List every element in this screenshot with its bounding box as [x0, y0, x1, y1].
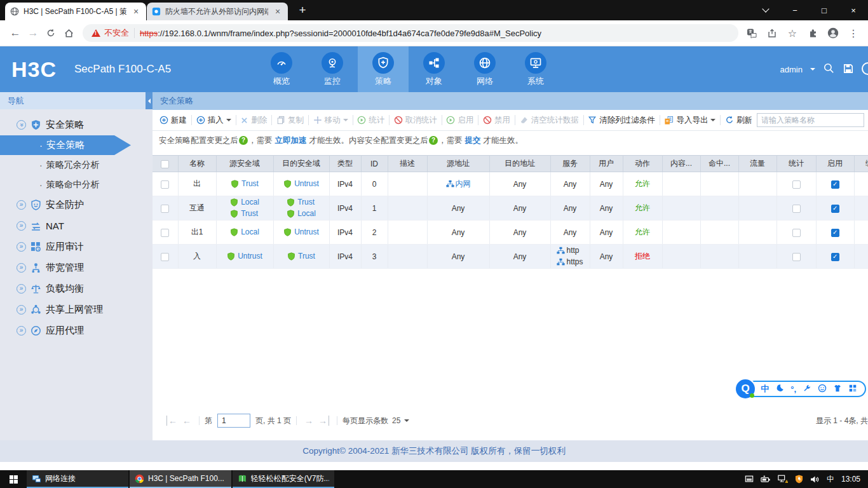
ime-logo-icon[interactable]: Q	[736, 379, 755, 398]
enable-checkbox[interactable]	[831, 229, 839, 237]
ime-skin-icon[interactable]	[833, 384, 842, 395]
row-checkbox[interactable]	[161, 205, 169, 213]
close-button[interactable]: ×	[839, 0, 868, 20]
save-icon[interactable]	[843, 63, 854, 76]
tab-search-icon[interactable]	[751, 0, 780, 20]
accelerate-link[interactable]: 立即加速	[275, 135, 307, 146]
last-page-icon[interactable]: →	[318, 416, 329, 426]
sidebar-collapse-handle[interactable]	[146, 92, 153, 109]
col-src-zone[interactable]: 源安全域	[216, 156, 273, 172]
zone-link[interactable]: Untrust	[238, 250, 262, 262]
clear-statistics-button[interactable]: 清空统计数据	[515, 115, 583, 126]
maximize-button[interactable]: □	[810, 0, 839, 20]
nav-policy[interactable]: 策略	[358, 46, 409, 92]
stat-checkbox[interactable]	[792, 180, 801, 189]
insert-button[interactable]: 插入	[192, 115, 236, 126]
table-row[interactable]: 出1 Local Untrust IPv4 2 Any Any Any Any …	[153, 220, 868, 245]
ime-fullhalf-moon-icon[interactable]	[775, 384, 784, 395]
col-id[interactable]: ID	[361, 156, 388, 172]
row-checkbox[interactable]	[161, 253, 169, 261]
profile-avatar[interactable]	[825, 25, 841, 41]
zone-link[interactable]: Local	[297, 208, 316, 219]
move-button[interactable]: 移动	[309, 115, 353, 126]
first-page-icon[interactable]: ←	[166, 416, 177, 426]
row-checkbox[interactable]	[161, 229, 169, 237]
not-secure-label[interactable]: 不安全	[104, 27, 129, 39]
ime-punctuation-toggle[interactable]: °,	[790, 384, 796, 394]
nav-network[interactable]: 网络	[459, 46, 510, 92]
back-icon[interactable]: ←	[6, 24, 24, 42]
help-icon[interactable]: ?	[429, 136, 438, 145]
sidebar-group-shared-internet[interactable]: » 共享上网管理	[0, 299, 153, 320]
next-page-icon[interactable]: →	[304, 416, 313, 426]
ime-wrench-icon[interactable]	[803, 384, 811, 395]
taskbar-app-chrome[interactable]: H3C | SecPath F100...	[130, 470, 231, 488]
col-dst-addr[interactable]: 目的地址	[489, 156, 550, 172]
new-button[interactable]: 新建	[155, 115, 191, 126]
sidebar-item-security-policy[interactable]: · 安全策略	[0, 135, 131, 155]
sidebar-group-nat[interactable]: » NAT	[0, 215, 153, 236]
enable-button[interactable]: 启用	[442, 115, 478, 126]
forward-icon[interactable]: →	[24, 24, 42, 42]
per-page-select[interactable]: 每页显示条数 25	[342, 416, 409, 426]
zone-link[interactable]: Trust	[297, 196, 315, 208]
tray-volume-icon[interactable]	[810, 475, 820, 484]
col-traffic[interactable]: 流量	[738, 156, 776, 172]
col-desc[interactable]: 描述	[388, 156, 427, 172]
extensions-puzzle-icon[interactable]	[804, 25, 821, 41]
minimize-button[interactable]: −	[780, 0, 810, 20]
col-src-addr[interactable]: 源地址	[427, 156, 489, 172]
new-tab-button[interactable]: +	[295, 3, 310, 17]
taskbar-app-document[interactable]: 轻轻松松配安全(V7防...	[233, 470, 334, 488]
select-all-checkbox[interactable]	[161, 160, 169, 168]
col-user[interactable]: 用户	[590, 156, 623, 172]
zone-link[interactable]: Untrust	[294, 226, 319, 238]
url-field[interactable]: 不安全 https://192.168.0.1/wnm/frame/index.…	[83, 24, 738, 42]
search-icon[interactable]	[823, 62, 835, 76]
col-hit[interactable]: 命中...	[700, 156, 738, 172]
browser-menu-icon[interactable]: ⋮	[845, 25, 862, 41]
tray-clock[interactable]: 13:05	[841, 475, 860, 484]
bookmark-star-icon[interactable]: ☆	[784, 25, 801, 41]
col-type[interactable]: 类型	[329, 156, 361, 172]
policy-search-input[interactable]	[757, 113, 864, 127]
start-button[interactable]	[0, 470, 27, 488]
share-icon[interactable]	[764, 25, 780, 41]
col-edit[interactable]: 编辑	[854, 156, 868, 172]
enable-checkbox[interactable]	[831, 180, 839, 189]
tray-network-warning-icon[interactable]	[778, 475, 788, 484]
col-name[interactable]: 名称	[178, 156, 216, 172]
row-checkbox[interactable]	[161, 180, 169, 189]
ime-lang-toggle[interactable]: 中	[761, 383, 769, 395]
address-link[interactable]: 内网	[456, 178, 471, 189]
table-row[interactable]: 出 Trust Untrust IPv4 0 内网 Any Any Any 允许	[153, 172, 868, 196]
sidebar-item-policy-redundancy[interactable]: · 策略冗余分析	[0, 155, 153, 175]
sidebar-group-app-audit[interactable]: » 应用审计	[0, 236, 153, 257]
zone-link[interactable]: Trust	[241, 208, 258, 219]
table-row[interactable]: 入 Untrust Trust IPv4 3 Any Any httphttps…	[153, 245, 868, 269]
tray-battery-icon[interactable]	[761, 475, 771, 484]
prev-page-icon[interactable]: ←	[182, 416, 191, 426]
col-dst-zone[interactable]: 目的安全域	[273, 156, 329, 172]
zone-link[interactable]: Local	[241, 196, 259, 208]
user-menu[interactable]: admin	[780, 65, 803, 74]
sidebar-group-app-proxy[interactable]: » 应用代理	[0, 320, 153, 341]
not-secure-warning-icon[interactable]	[92, 29, 100, 37]
zone-link[interactable]: Untrust	[294, 178, 319, 189]
col-service[interactable]: 服务	[550, 156, 590, 172]
sidebar-group-security-protection[interactable]: » 安全防护	[0, 194, 153, 215]
col-stat[interactable]: 统计	[776, 156, 816, 172]
statistics-button[interactable]: 统计	[353, 115, 389, 126]
zone-link[interactable]: Trust	[241, 178, 259, 189]
clear-filter-button[interactable]: 清除列过滤条件	[583, 115, 660, 126]
browser-tab-1[interactable]: H3C | SecPath F100-C-A5 | 策略 ×	[5, 3, 146, 20]
tray-window-icon[interactable]	[745, 475, 754, 484]
cancel-statistics-button[interactable]: 取消统计	[390, 115, 442, 126]
nav-system[interactable]: 系统	[510, 46, 561, 92]
taskbar-app-network[interactable]: 网络连接	[27, 470, 128, 488]
help-icon[interactable]: ?	[239, 136, 248, 145]
clipped-edge-icon[interactable]	[862, 62, 868, 76]
tray-ime-lang[interactable]: 中	[827, 474, 834, 485]
submit-link[interactable]: 提交	[465, 135, 481, 146]
zone-link[interactable]: Local	[241, 226, 259, 238]
